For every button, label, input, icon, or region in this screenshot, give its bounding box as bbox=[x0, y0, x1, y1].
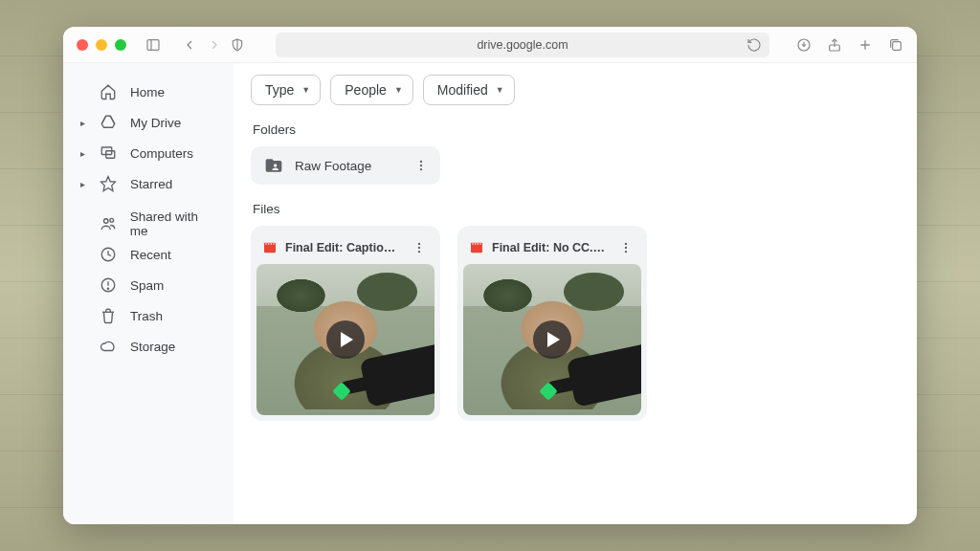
sidebar-item-label: Storage bbox=[130, 340, 175, 354]
sidebar-item-my-drive[interactable]: ▸ My Drive bbox=[71, 107, 226, 138]
forward-button[interactable] bbox=[207, 37, 222, 53]
main-content: Type ▼ People ▼ Modified ▼ Folders Raw F… bbox=[234, 63, 917, 524]
expand-caret-icon[interactable]: ▸ bbox=[80, 148, 86, 159]
video-thumbnail[interactable] bbox=[256, 264, 434, 415]
titlebar-right bbox=[796, 37, 903, 53]
window-controls bbox=[77, 39, 126, 51]
sidebar-item-home[interactable]: Home bbox=[71, 77, 226, 107]
section-heading-files: Files bbox=[253, 202, 900, 216]
sidebar-item-shared[interactable]: Shared with me bbox=[71, 209, 226, 239]
chevron-down-icon: ▼ bbox=[394, 85, 403, 95]
url-text: drive.google.com bbox=[477, 38, 568, 52]
close-window-button[interactable] bbox=[77, 39, 88, 51]
svg-point-19 bbox=[420, 165, 422, 166]
folder-more-button[interactable] bbox=[410, 154, 433, 177]
svg-point-27 bbox=[418, 243, 420, 245]
recent-icon bbox=[100, 246, 117, 263]
file-more-button[interactable] bbox=[614, 236, 637, 259]
svg-rect-0 bbox=[147, 39, 159, 50]
filter-people[interactable]: People ▼ bbox=[330, 75, 413, 105]
video-file-icon bbox=[262, 240, 278, 255]
svg-point-11 bbox=[103, 219, 108, 224]
file-header: Final Edit: Captions.mp4 bbox=[256, 231, 434, 264]
sidebar-group-primary: Home ▸ My Drive ▸ Computers ▸ Starred bbox=[71, 77, 226, 199]
chip-label: Modified bbox=[437, 82, 488, 98]
video-file-icon bbox=[469, 240, 484, 255]
filter-modified[interactable]: Modified ▼ bbox=[423, 75, 515, 105]
share-icon[interactable] bbox=[827, 37, 842, 53]
sidebar-item-trash[interactable]: Trash bbox=[71, 300, 226, 331]
new-tab-icon[interactable] bbox=[858, 37, 873, 53]
downloads-icon[interactable] bbox=[796, 37, 812, 53]
svg-point-12 bbox=[110, 218, 114, 222]
svg-point-38 bbox=[625, 251, 627, 253]
section-heading-folders: Folders bbox=[253, 122, 900, 137]
sidebar-item-spam[interactable]: Spam bbox=[71, 270, 226, 300]
minimize-window-button[interactable] bbox=[96, 39, 107, 51]
cloud-icon bbox=[100, 338, 117, 355]
file-grid: Final Edit: Captions.mp4 bbox=[251, 226, 900, 421]
kebab-icon bbox=[412, 241, 426, 254]
sidebar-group-secondary: Shared with me Recent Spam Trash bbox=[71, 209, 226, 362]
expand-caret-icon[interactable]: ▸ bbox=[80, 179, 86, 189]
svg-rect-7 bbox=[893, 41, 902, 50]
trash-icon bbox=[100, 307, 117, 324]
sidebar: Home ▸ My Drive ▸ Computers ▸ Starred bbox=[63, 63, 234, 524]
star-icon bbox=[100, 175, 117, 192]
sidebar-item-recent[interactable]: Recent bbox=[71, 239, 226, 270]
svg-rect-24 bbox=[268, 243, 269, 244]
svg-point-36 bbox=[625, 243, 627, 245]
maximize-window-button[interactable] bbox=[115, 39, 126, 51]
kebab-icon bbox=[414, 159, 428, 172]
folder-name: Raw Footage bbox=[295, 159, 398, 173]
svg-point-18 bbox=[420, 161, 422, 163]
svg-point-28 bbox=[418, 247, 420, 249]
sidebar-item-label: Home bbox=[130, 85, 165, 99]
sidebar-item-starred[interactable]: ▸ Starred bbox=[71, 168, 226, 199]
expand-caret-icon[interactable]: ▸ bbox=[80, 118, 86, 128]
folder-card[interactable]: Raw Footage bbox=[251, 146, 440, 185]
folder-shared-icon bbox=[264, 156, 283, 175]
chevron-down-icon: ▼ bbox=[301, 85, 310, 95]
filter-chips: Type ▼ People ▼ Modified ▼ bbox=[251, 75, 900, 105]
video-thumbnail[interactable] bbox=[463, 264, 641, 415]
chip-label: People bbox=[345, 82, 387, 98]
svg-rect-33 bbox=[475, 243, 476, 244]
nav-arrows bbox=[182, 37, 222, 53]
sidebar-item-label: Computers bbox=[130, 146, 193, 161]
reload-icon[interactable] bbox=[746, 37, 762, 53]
filter-type[interactable]: Type ▼ bbox=[251, 75, 321, 105]
privacy-shield-icon[interactable] bbox=[230, 37, 245, 53]
play-icon bbox=[533, 320, 571, 359]
tabs-overview-icon[interactable] bbox=[888, 37, 903, 53]
file-card[interactable]: Final Edit: No CC.mp4 bbox=[457, 226, 647, 421]
chip-label: Type bbox=[265, 82, 294, 98]
file-card[interactable]: Final Edit: Captions.mp4 bbox=[251, 226, 440, 421]
svg-marker-10 bbox=[101, 177, 116, 191]
browser-window: drive.google.com Home ▸ My Drive bbox=[63, 27, 917, 524]
sidebar-item-label: Trash bbox=[130, 309, 163, 323]
back-button[interactable] bbox=[182, 37, 197, 53]
svg-rect-25 bbox=[271, 243, 272, 244]
url-bar[interactable]: drive.google.com bbox=[276, 33, 769, 57]
svg-rect-32 bbox=[472, 243, 473, 244]
sidebar-item-storage[interactable]: Storage bbox=[71, 331, 226, 362]
sidebar-item-label: Spam bbox=[130, 278, 164, 293]
drive-icon bbox=[100, 114, 117, 131]
svg-rect-21 bbox=[264, 244, 276, 253]
svg-point-17 bbox=[274, 164, 277, 166]
sidebar-toggle-icon[interactable] bbox=[145, 37, 161, 53]
sidebar-item-label: Recent bbox=[130, 248, 171, 262]
svg-rect-34 bbox=[478, 243, 479, 244]
svg-rect-26 bbox=[273, 243, 274, 244]
play-icon bbox=[326, 320, 365, 359]
file-more-button[interactable] bbox=[408, 236, 431, 259]
sidebar-item-computers[interactable]: ▸ Computers bbox=[71, 138, 226, 168]
file-name: Final Edit: Captions.mp4 bbox=[285, 241, 400, 254]
sidebar-item-label: My Drive bbox=[130, 116, 181, 130]
file-name: Final Edit: No CC.mp4 bbox=[492, 241, 607, 254]
kebab-icon bbox=[619, 241, 633, 254]
file-header: Final Edit: No CC.mp4 bbox=[463, 231, 641, 264]
chevron-down-icon: ▼ bbox=[496, 85, 504, 95]
app-body: Home ▸ My Drive ▸ Computers ▸ Starred bbox=[63, 63, 917, 524]
